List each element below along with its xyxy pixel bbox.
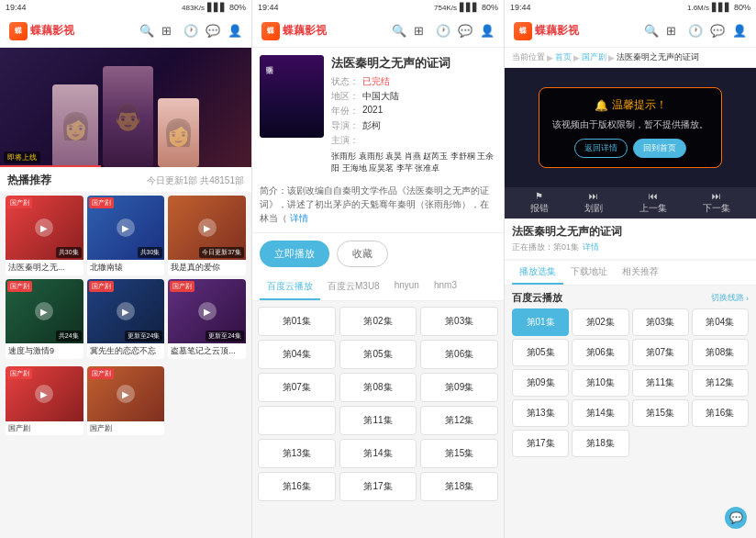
warning-btns: 返回详情 回到首页 — [552, 139, 708, 158]
card-4[interactable]: 国产剧 更新至24集 ▶ 冀先生的恋恋不忘 — [87, 279, 165, 359]
figure-1: 👩 — [52, 84, 98, 167]
player-ep-4[interactable]: 第05集 — [512, 339, 569, 366]
player-ep-6[interactable]: 第07集 — [632, 339, 689, 366]
region-value: 中国大陆 — [362, 90, 399, 103]
ep-btn-6[interactable]: 第07集 — [258, 373, 336, 402]
message-icon-2[interactable]: 💬 — [458, 24, 472, 39]
ep-btn-16[interactable]: 第17集 — [339, 472, 417, 501]
ep-btn-11[interactable]: 第12集 — [420, 406, 498, 435]
warning-btn-detail[interactable]: 返回详情 — [574, 139, 628, 158]
prev-ep-btn[interactable]: ⏮ 上一集 — [639, 191, 667, 215]
player-tab-2[interactable]: 相关推荐 — [615, 261, 666, 285]
ep-btn-14[interactable]: 第15集 — [420, 439, 498, 468]
user-icon-2[interactable]: 👤 — [480, 24, 495, 39]
ep-btn-10[interactable]: 第11集 — [339, 406, 417, 435]
history-icon-2[interactable]: 🕐 — [436, 24, 450, 39]
player-ep-2[interactable]: 第03集 — [632, 308, 689, 336]
hero-figures: 👩 👨 👩 — [52, 48, 199, 167]
player-ep-7[interactable]: 第08集 — [692, 339, 749, 366]
card-1[interactable]: 国产剧 共30集 ▶ 北辙南辕 — [87, 196, 165, 275]
chevron-right-icon: › — [746, 294, 749, 303]
search-icon-1[interactable]: 🔍 — [139, 24, 154, 39]
player-ep-0[interactable]: 第01集 — [512, 308, 569, 336]
ep-btn-17[interactable]: 第18集 — [420, 472, 498, 501]
ep-btn-8[interactable]: 第09集 — [420, 373, 498, 402]
player-ep-15[interactable]: 第16集 — [692, 399, 749, 427]
breadcrumb-home[interactable]: 首页 — [555, 51, 572, 63]
history-icon-1[interactable]: 🕐 — [183, 24, 198, 39]
switch-line-btn[interactable]: 切换线路 › — [711, 292, 749, 304]
player-ep-13[interactable]: 第14集 — [572, 399, 628, 427]
ep-btn-2[interactable]: 第03集 — [420, 307, 498, 336]
ep-btn-15[interactable]: 第16集 — [258, 472, 336, 501]
ep-btn-1[interactable]: 第02集 — [339, 307, 417, 336]
player-ep-3[interactable]: 第04集 — [692, 308, 749, 336]
player-ep-5[interactable]: 第06集 — [572, 339, 628, 366]
status-bar-3: 19:44 1.6M/s ▋▋▋ 80% — [505, 0, 756, 15]
user-icon-1[interactable]: 👤 — [228, 24, 242, 39]
report-btn[interactable]: ⚑ 报错 — [530, 191, 549, 215]
ep-btn-7[interactable]: 第08集 — [339, 373, 417, 402]
next-ep-btn[interactable]: ⏭ 下一集 — [703, 191, 730, 215]
card-2[interactable]: 今日更新37集 ▶ 我是真的爱你 — [168, 196, 246, 275]
synopsis-more[interactable]: 详情 — [290, 213, 308, 223]
breadcrumb-category[interactable]: 国产剧 — [582, 51, 606, 63]
collect-button[interactable]: 收藏 — [337, 241, 388, 267]
source-tab-1[interactable]: 百度云M3U8 — [320, 275, 387, 300]
hero-banner[interactable]: 👩 👨 👩 即将上线 — [0, 48, 251, 167]
feedback-button[interactable]: 💬 — [725, 507, 747, 529]
status-bar-2: 19:44 754K/s ▋▋▋ 80% — [252, 0, 504, 15]
scrub-btn[interactable]: ⏭ 划剧 — [584, 191, 603, 215]
search-icon-3[interactable]: 🔍 — [644, 24, 659, 39]
history-icon-3[interactable]: 🕐 — [688, 24, 703, 39]
time-1: 19:44 — [6, 3, 27, 12]
player-ep-14[interactable]: 第15集 — [632, 399, 689, 427]
ep-btn-13[interactable]: 第14集 — [339, 439, 417, 468]
player-tab-0[interactable]: 播放选集 — [512, 261, 563, 285]
logo-text-3: 蝶藕影视 — [535, 23, 579, 39]
hero-image: 👩 👨 👩 即将上线 — [0, 48, 251, 167]
ep-btn-0[interactable]: 第01集 — [258, 307, 336, 336]
nav-icons-1: 🔍 ⊞ 🕐 💬 👤 — [139, 24, 242, 39]
breadcrumb: 当前位置 ▶ 首页 ▶ 国产剧 ▶ 法医秦明之无声的证词 — [505, 48, 756, 68]
card-5[interactable]: 国产剧 更新至24集 ▶ 盗墓笔记之云顶... — [168, 279, 246, 359]
warning-btn-home[interactable]: 回到首页 — [633, 139, 686, 158]
ep-btn-4[interactable]: 第05集 — [339, 340, 417, 369]
user-icon-3[interactable]: 👤 — [732, 24, 747, 39]
battery-3: 80% — [734, 3, 750, 12]
top-nav-1: 蝶 蝶藕影视 🔍 ⊞ 🕐 💬 👤 — [0, 15, 251, 48]
ep-btn-12[interactable]: 第13集 — [258, 439, 336, 468]
source-tab-2[interactable]: hnyun — [387, 275, 427, 300]
grid-icon-1[interactable]: ⊞ — [161, 24, 176, 39]
player-ep-9[interactable]: 第10集 — [572, 369, 628, 397]
grid-icon-3[interactable]: ⊞ — [666, 24, 681, 39]
player-ep-12[interactable]: 第13集 — [512, 399, 569, 427]
detail-link[interactable]: 详情 — [583, 241, 599, 253]
player-ep-16[interactable]: 第17集 — [512, 430, 569, 457]
message-icon-1[interactable]: 💬 — [206, 24, 220, 39]
player-info: 法医秦明之无声的证词 正在播放：第01集 详情 — [505, 219, 756, 259]
ep-btn-5[interactable]: 第06集 — [420, 340, 498, 369]
signal-1: ▋▋▋ — [207, 3, 227, 12]
player-ep-1[interactable]: 第02集 — [572, 308, 628, 336]
source-tab-0[interactable]: 百度云播放 — [260, 275, 320, 300]
player-ep-8[interactable]: 第09集 — [512, 369, 569, 397]
source-tab-3[interactable]: hnm3 — [427, 275, 464, 300]
card-3[interactable]: 国产剧 共24集 ▶ 速度与激情9 — [6, 279, 83, 359]
player-ep-11[interactable]: 第12集 — [692, 369, 749, 397]
ep-btn-9[interactable] — [258, 406, 336, 435]
card-0[interactable]: 国产剧 共30集 ▶ 法医秦明之无... — [6, 196, 83, 275]
ep-btn-3[interactable]: 第04集 — [258, 340, 336, 369]
play-button[interactable]: 立即播放 — [260, 241, 329, 267]
search-icon-2[interactable]: 🔍 — [392, 24, 406, 39]
player-ep-17[interactable]: 第18集 — [572, 430, 628, 457]
message-icon-3[interactable]: 💬 — [710, 24, 725, 39]
more-card-0[interactable]: 国产剧 ▶ 国产剧 — [6, 366, 83, 435]
player-tab-1[interactable]: 下载地址 — [563, 261, 615, 285]
director-row: 导演： 彭柯 — [331, 119, 496, 132]
more-card-thumb-0: 国产剧 ▶ — [6, 366, 83, 421]
player-ep-10[interactable]: 第11集 — [632, 369, 689, 397]
grid-icon-2[interactable]: ⊞ — [414, 24, 428, 39]
more-card-1[interactable]: 国产剧 ▶ 国产剧 — [87, 366, 165, 435]
prev-label: 上一集 — [639, 202, 667, 215]
